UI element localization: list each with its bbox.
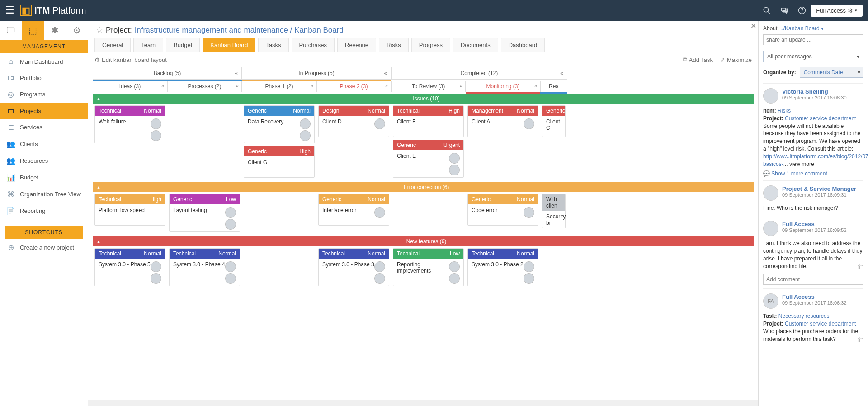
- edit-layout-button[interactable]: ⚙ Edit kanban board layout: [94, 57, 167, 63]
- kanban-column[interactable]: [167, 104, 242, 179]
- message-link[interactable]: http://www.itmplatform.com/es/blog/2012/…: [763, 153, 868, 167]
- kanban-column[interactable]: DesignNormalClient D: [316, 104, 391, 179]
- logo[interactable]: ◧ ITM Platform: [20, 5, 86, 16]
- message-author[interactable]: Victoria Snelling: [782, 88, 847, 95]
- tab-documents[interactable]: Documents: [453, 38, 498, 52]
- kanban-column[interactable]: TechnicalLowReporting improvements: [391, 246, 466, 288]
- kanban-card[interactable]: DesignNormalClient D: [318, 105, 389, 137]
- tab-budget[interactable]: Budget: [166, 38, 200, 52]
- chevron-left-icon[interactable]: «: [560, 70, 563, 76]
- kanban-card[interactable]: TechnicalHighClient F: [393, 105, 464, 137]
- tab-progress[interactable]: Progress: [411, 38, 450, 52]
- kanban-card[interactable]: GenericHighClient G: [244, 146, 315, 178]
- kanban-column[interactable]: TechnicalNormalSystem 3.0 - Phase 5: [93, 246, 167, 288]
- sidebar-item-portfolio[interactable]: 🗂Portfolio: [0, 70, 88, 86]
- sidebar-item-services[interactable]: ≣Services: [0, 119, 88, 136]
- kanban-card[interactable]: TechnicalNormalSystem 3.0 - Phase 3: [318, 248, 389, 286]
- kanban-card[interactable]: TechnicalLowReporting improvements: [393, 248, 464, 286]
- kanban-column[interactable]: GenericClient C: [540, 104, 567, 179]
- substage-header[interactable]: To Review (3)«: [391, 81, 466, 92]
- show-more-link[interactable]: 💬 Show 1 more comment: [763, 170, 863, 177]
- sidebar-item-organization-tree-view[interactable]: ⌘Organization Tree View: [0, 186, 88, 203]
- kanban-column[interactable]: GenericNormalInterface error: [316, 192, 391, 234]
- substage-header[interactable]: Monitoring (3)«: [466, 81, 540, 92]
- chevron-left-icon[interactable]: «: [384, 70, 387, 76]
- mode-cubes-icon[interactable]: ⬚: [22, 21, 44, 40]
- kanban-column[interactable]: GenericLowLayout testing: [167, 192, 242, 234]
- chevron-left-icon[interactable]: «: [460, 83, 462, 89]
- tab-kanban-board[interactable]: Kanban Board: [203, 38, 255, 52]
- stage-header[interactable]: Completed (12)«: [391, 67, 567, 80]
- tab-tasks[interactable]: Tasks: [258, 38, 288, 52]
- message-author[interactable]: Project & Service Manager: [782, 185, 856, 192]
- shortcut-create-project[interactable]: ⊕ Create a new project: [0, 239, 88, 256]
- kanban-column[interactable]: TechnicalNormalSystem 3.0 - Phase 3: [316, 246, 391, 288]
- kanban-card[interactable]: GenericNormalInterface error: [318, 194, 389, 226]
- swimlane-header[interactable]: ▴Error correction (6): [93, 182, 754, 192]
- chevron-left-icon[interactable]: «: [311, 83, 313, 89]
- access-button[interactable]: Full Access ⚙▾: [811, 5, 863, 17]
- message-author[interactable]: Full Access: [782, 293, 847, 300]
- message-author[interactable]: Full Access: [782, 221, 847, 227]
- chevron-left-icon[interactable]: «: [161, 83, 164, 89]
- kanban-card[interactable]: GenericNormalCode error: [467, 194, 538, 226]
- swimlane-header[interactable]: ▴New features (6): [93, 236, 754, 246]
- trash-icon[interactable]: 🗑: [857, 335, 863, 345]
- kanban-column[interactable]: GenericNormalData RecoveryGenericHighCli…: [242, 104, 316, 179]
- horizontal-scrollbar[interactable]: [88, 400, 758, 406]
- kanban-card[interactable]: TechnicalNormalWeb failure: [94, 105, 165, 143]
- share-update-input[interactable]: [763, 34, 863, 45]
- sidebar-item-budget[interactable]: 📊Budget: [0, 169, 88, 186]
- substage-header[interactable]: Rea: [540, 81, 567, 92]
- kanban-column[interactable]: TechnicalNormalSystem 3.0 - Phase 4: [167, 246, 242, 288]
- kanban-card[interactable]: TechnicalNormalSystem 3.0 - Phase 5: [94, 248, 165, 286]
- kanban-column[interactable]: TechnicalHighClient FGenericUrgentClient…: [391, 104, 466, 179]
- kanban-column[interactable]: [242, 246, 316, 288]
- kanban-card[interactable]: With clienSecurity br: [542, 194, 566, 228]
- substage-header[interactable]: Phase 2 (3)«: [316, 81, 391, 92]
- message-project-link[interactable]: Customer service department: [785, 115, 856, 122]
- sidebar-item-reporting[interactable]: 📄Reporting: [0, 203, 88, 219]
- substage-header[interactable]: Processes (2)«: [167, 81, 242, 92]
- kanban-column[interactable]: TechnicalHighPlatform low speed: [93, 192, 167, 234]
- chevron-left-icon[interactable]: «: [236, 83, 239, 89]
- message-task-link[interactable]: Necessary resources: [778, 313, 830, 319]
- kanban-column[interactable]: ManagementNormalClient A: [466, 104, 540, 179]
- trash-icon[interactable]: 🗑: [857, 263, 863, 272]
- kanban-card[interactable]: GenericUrgentClient E: [393, 140, 464, 178]
- chat-icon[interactable]: [780, 6, 789, 14]
- kanban-column[interactable]: [242, 192, 316, 234]
- kanban-card[interactable]: GenericNormalData Recovery: [244, 105, 315, 143]
- tab-purchases[interactable]: Purchases: [292, 38, 335, 52]
- maximize-button[interactable]: ⤢ Maximize: [720, 56, 752, 63]
- stage-header[interactable]: In Progress (5)«: [242, 67, 391, 80]
- breadcrumb-path[interactable]: Infrastructure management and maintenanc…: [135, 26, 344, 35]
- help-icon[interactable]: [798, 6, 806, 14]
- mode-monitor-icon[interactable]: 🖵: [0, 21, 22, 40]
- close-icon[interactable]: ✕: [750, 22, 756, 30]
- sidebar-item-main-dashboard[interactable]: ⌂Main Dashboard: [0, 53, 88, 70]
- menu-icon[interactable]: ☰: [5, 5, 14, 16]
- sidebar-item-clients[interactable]: 👥Clients: [0, 136, 88, 152]
- chevron-left-icon[interactable]: «: [385, 83, 388, 89]
- kanban-card[interactable]: TechnicalNormalSystem 3.0 - Phase 4: [169, 248, 240, 286]
- search-icon[interactable]: [763, 6, 771, 14]
- kanban-column[interactable]: [391, 192, 466, 234]
- kanban-column[interactable]: With clienSecurity br: [540, 192, 567, 234]
- message-project-link[interactable]: Customer service department: [785, 321, 856, 327]
- substage-header[interactable]: Ideas (3)«: [93, 81, 167, 92]
- sidebar-item-resources[interactable]: 👥Resources: [0, 152, 88, 169]
- star-icon[interactable]: ☆: [96, 25, 103, 35]
- about-link[interactable]: ../Kanban Board: [780, 25, 820, 32]
- kanban-card[interactable]: TechnicalNormalSystem 3.0 - Phase 2: [467, 248, 538, 286]
- tab-general[interactable]: General: [94, 38, 131, 52]
- chevron-left-icon[interactable]: «: [235, 70, 238, 76]
- stage-header[interactable]: Backlog (5)«: [93, 67, 242, 80]
- sidebar-item-projects[interactable]: 🗀Projects: [0, 103, 88, 119]
- message-item-link[interactable]: Risks: [778, 108, 791, 114]
- substage-header[interactable]: Phase 1 (2)«: [242, 81, 316, 92]
- tab-revenue[interactable]: Revenue: [337, 38, 376, 52]
- kanban-card[interactable]: GenericLowLayout testing: [169, 194, 240, 232]
- tab-risks[interactable]: Risks: [379, 38, 409, 52]
- mode-network-icon[interactable]: ✱: [44, 21, 66, 40]
